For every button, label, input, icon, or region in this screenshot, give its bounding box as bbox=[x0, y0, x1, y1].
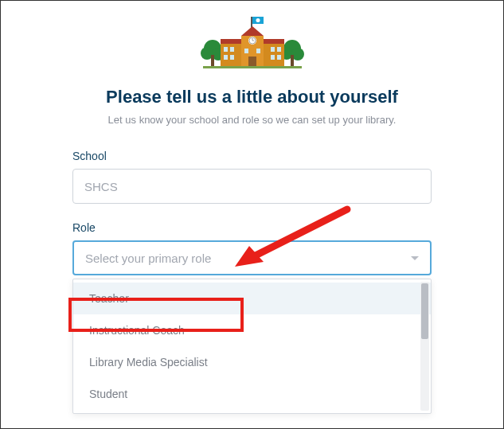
dropdown-scrollbar[interactable] bbox=[420, 282, 429, 411]
role-label: Role bbox=[72, 221, 432, 234]
svg-rect-22 bbox=[277, 55, 281, 60]
svg-rect-20 bbox=[277, 47, 281, 52]
svg-marker-23 bbox=[241, 26, 264, 36]
page-subtitle: Let us know your school and role so we c… bbox=[108, 114, 397, 126]
dropdown-scrollbar-thumb[interactable] bbox=[421, 283, 428, 339]
role-option-library-media-specialist[interactable]: Library Media Specialist bbox=[73, 346, 431, 378]
svg-rect-19 bbox=[271, 47, 275, 52]
svg-rect-31 bbox=[248, 57, 256, 66]
role-option-student[interactable]: Student bbox=[73, 378, 431, 410]
svg-rect-10 bbox=[291, 55, 294, 66]
role-select[interactable]: Select your primary role bbox=[72, 240, 432, 275]
svg-rect-21 bbox=[271, 55, 275, 60]
svg-rect-15 bbox=[224, 47, 228, 52]
school-illustration bbox=[197, 17, 308, 72]
svg-rect-32 bbox=[203, 66, 302, 68]
svg-rect-30 bbox=[256, 49, 260, 53]
chevron-down-icon bbox=[411, 256, 419, 260]
school-label: School bbox=[72, 150, 432, 162]
page-title: Please tell us a little about yourself bbox=[106, 87, 398, 107]
role-option-instructional-coach[interactable]: Instructional Coach bbox=[73, 314, 431, 346]
role-placeholder: Select your primary role bbox=[85, 252, 211, 265]
svg-marker-13 bbox=[221, 39, 241, 44]
svg-point-2 bbox=[256, 18, 260, 22]
svg-rect-17 bbox=[224, 55, 228, 60]
role-option-teacher[interactable]: Teacher bbox=[73, 283, 431, 314]
onboarding-form: School Role Select your primary role Tea… bbox=[72, 150, 432, 293]
svg-rect-0 bbox=[251, 17, 252, 28]
svg-rect-6 bbox=[211, 55, 214, 66]
role-dropdown: Teacher Instructional Coach Library Medi… bbox=[72, 279, 432, 414]
svg-rect-16 bbox=[230, 47, 234, 52]
school-input[interactable] bbox=[72, 169, 432, 204]
svg-rect-29 bbox=[244, 49, 248, 53]
svg-marker-14 bbox=[264, 39, 284, 44]
svg-rect-18 bbox=[230, 55, 234, 60]
